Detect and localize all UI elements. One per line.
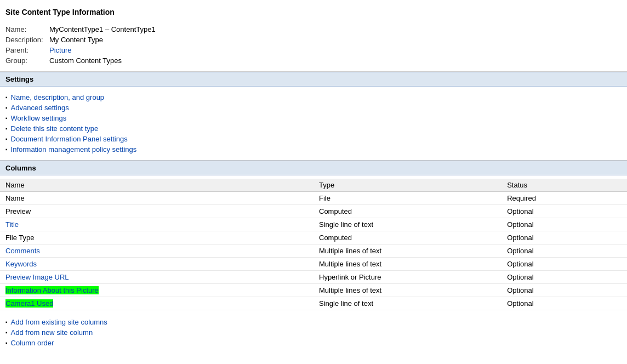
info-row-name: Name: MyContentType1 – ContentType1	[5, 24, 622, 35]
column-name-cell: Information About this Picture	[0, 284, 314, 297]
settings-link-item-3: Delete this site content type	[5, 123, 622, 134]
column-type-cell: Multiple lines of text	[314, 244, 501, 258]
column-type-cell: Multiple lines of text	[314, 258, 501, 271]
column-status-cell: Optional	[501, 205, 627, 218]
table-row: KeywordsMultiple lines of textOptional	[0, 258, 627, 271]
column-name-link[interactable]: Keywords	[5, 260, 37, 268]
column-name-cell: Name	[0, 192, 314, 205]
table-row: CommentsMultiple lines of textOptional	[0, 244, 627, 258]
settings-link-workflow[interactable]: Workflow settings	[11, 114, 67, 122]
table-row: PreviewComputedOptional	[0, 205, 627, 218]
column-type-cell: Multiple lines of text	[314, 284, 501, 297]
column-status-cell: Optional	[501, 258, 627, 271]
column-status-cell: Optional	[501, 244, 627, 258]
settings-link-item-4: Document Information Panel settings	[5, 134, 622, 144]
col-header-type: Type	[314, 179, 501, 192]
column-name-cell: Keywords	[0, 258, 314, 271]
settings-link-item-1: Advanced settings	[5, 103, 622, 113]
bottom-link-item-2: Column order	[5, 338, 622, 348]
info-table: Name: MyContentType1 – ContentType1 Desc…	[0, 24, 627, 66]
column-status-cell: Required	[501, 192, 627, 205]
settings-link-item-2: Workflow settings	[5, 113, 622, 123]
column-type-cell: Hyperlink or Picture	[314, 271, 501, 284]
settings-links: Name, description, and group Advanced se…	[0, 90, 627, 160]
column-name-cell: Preview Image URL	[0, 271, 314, 284]
settings-link-name-description[interactable]: Name, description, and group	[11, 93, 105, 101]
settings-link-delete[interactable]: Delete this site content type	[11, 124, 99, 133]
column-type-cell: Computed	[314, 205, 501, 218]
settings-section-header: Settings	[0, 72, 627, 87]
info-row-description: Description: My Content Type	[5, 35, 622, 45]
parent-value: Picture	[49, 46, 71, 54]
column-status-cell: Optional	[501, 271, 627, 284]
link-column-order[interactable]: Column order	[11, 339, 54, 347]
table-row: NameFileRequired	[0, 192, 627, 205]
table-row: Camera1 UsedSingle line of textOptional	[0, 297, 627, 310]
page-title: Site Content Type Information	[0, 4, 627, 20]
column-name-cell: Comments	[0, 244, 314, 258]
column-name-link[interactable]: Title	[5, 220, 19, 229]
column-name-link[interactable]: Preview Image URL	[5, 273, 69, 281]
column-name-cell: Camera1 Used	[0, 297, 314, 310]
col-header-name: Name	[0, 179, 314, 192]
settings-link-item-5: Information management policy settings	[5, 144, 622, 155]
bottom-link-item-0: Add from existing site columns	[5, 317, 622, 327]
column-name-text: File Type	[5, 234, 35, 242]
column-type-cell: Single line of text	[314, 218, 501, 231]
column-status-cell: Optional	[501, 218, 627, 231]
column-status-cell: Optional	[501, 231, 627, 244]
parent-link[interactable]: Picture	[49, 46, 71, 54]
settings-link-doc-info[interactable]: Document Information Panel settings	[11, 135, 128, 143]
column-name-link[interactable]: Comments	[5, 247, 40, 255]
description-value: My Content Type	[49, 36, 103, 44]
columns-table: Name Type Status NameFileRequiredPreview…	[0, 179, 627, 310]
link-add-new[interactable]: Add from new site column	[11, 328, 93, 337]
column-name-cell: File Type	[0, 231, 314, 244]
table-row: Preview Image URLHyperlink or PictureOpt…	[0, 271, 627, 284]
col-header-status: Status	[501, 179, 627, 192]
column-type-cell: Single line of text	[314, 297, 501, 310]
settings-link-advanced[interactable]: Advanced settings	[11, 104, 69, 112]
info-row-group: Group: Custom Content Types	[5, 55, 622, 66]
column-status-cell: Optional	[501, 284, 627, 297]
table-row: Information About this PictureMultiple l…	[0, 284, 627, 297]
table-row: TitleSingle line of textOptional	[0, 218, 627, 231]
column-type-cell: File	[314, 192, 501, 205]
settings-link-info-mgmt[interactable]: Information management policy settings	[11, 145, 137, 153]
columns-section-header: Columns	[0, 161, 627, 175]
settings-link-item-0: Name, description, and group	[5, 92, 622, 103]
columns-header-row: Name Type Status	[0, 179, 627, 192]
group-label: Group:	[5, 56, 49, 65]
info-row-parent: Parent: Picture	[5, 45, 622, 55]
column-name-cell: Title	[0, 218, 314, 231]
column-name-link[interactable]: Information About this Picture	[5, 286, 99, 294]
column-name-link[interactable]: Camera1 Used	[5, 299, 53, 308]
parent-label: Parent:	[5, 46, 49, 54]
column-name-cell: Preview	[0, 205, 314, 218]
group-value: Custom Content Types	[49, 56, 122, 65]
column-status-cell: Optional	[501, 297, 627, 310]
bottom-links: Add from existing site columns Add from …	[0, 315, 627, 350]
column-name-text: Preview	[5, 207, 31, 215]
name-value: MyContentType1 – ContentType1	[49, 25, 156, 33]
bottom-link-item-1: Add from new site column	[5, 327, 622, 338]
column-name-text: Name	[5, 194, 25, 202]
page-container: Site Content Type Information Name: MyCo…	[0, 0, 627, 364]
name-label: Name:	[5, 25, 49, 33]
table-row: File TypeComputedOptional	[0, 231, 627, 244]
column-type-cell: Computed	[314, 231, 501, 244]
link-add-existing[interactable]: Add from existing site columns	[11, 318, 107, 326]
description-label: Description:	[5, 36, 49, 44]
